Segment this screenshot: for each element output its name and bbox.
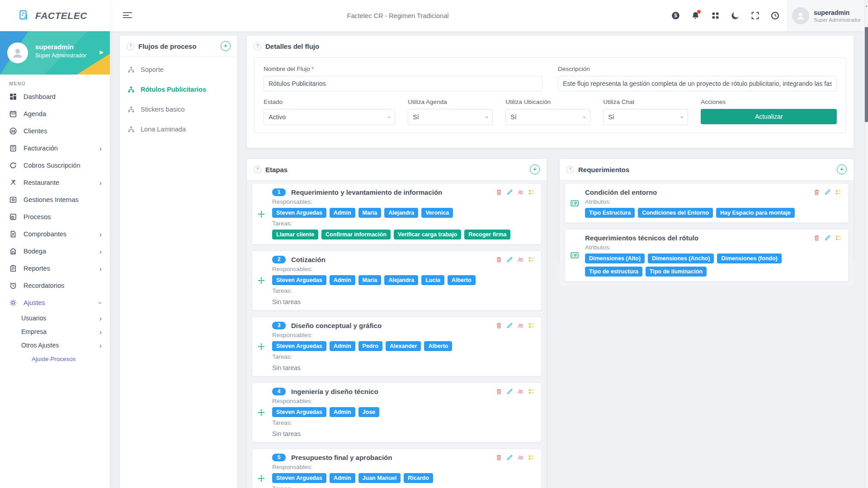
tasks-icon[interactable] <box>528 256 535 263</box>
fullscreen-icon[interactable] <box>750 11 760 20</box>
add-flow-button[interactable]: + <box>221 41 231 51</box>
tasks-icon[interactable] <box>528 454 535 461</box>
delete-icon[interactable] <box>495 388 502 395</box>
responsable-badge: Admin <box>330 275 355 285</box>
user-menu[interactable]: superadmin Super Administrador <box>787 0 865 31</box>
add-requerimiento-button[interactable]: + <box>837 164 847 174</box>
edit-icon[interactable] <box>506 322 513 329</box>
uses-location-select[interactable]: Sí › <box>505 109 590 125</box>
atributo-badge: Condiciones del Entorno <box>638 208 713 218</box>
requerimiento-title: Condición del entorno <box>585 188 657 196</box>
help-icon[interactable]: ? <box>254 42 261 50</box>
sitemap-icon <box>127 105 135 113</box>
delete-icon[interactable] <box>813 189 820 196</box>
vertical-scrollbar[interactable]: ▲ <box>864 0 868 488</box>
sidebar-item-agenda[interactable]: Agenda <box>0 105 110 122</box>
atributos-label: Atributos: <box>585 244 842 251</box>
sidebar-item-recordatorios[interactable]: Recordatorios <box>0 277 110 294</box>
tasks-icon[interactable] <box>835 189 842 196</box>
dark-mode-moon-icon[interactable] <box>731 11 740 20</box>
chevron-down-icon: › <box>679 116 686 118</box>
apps-grid-icon[interactable] <box>711 11 720 20</box>
currency-icon[interactable] <box>671 11 680 20</box>
assign-users-icon[interactable] <box>517 256 524 263</box>
assign-users-icon[interactable] <box>517 322 524 329</box>
tareas-label: Tareas: <box>272 220 535 227</box>
flow-item-stickers-basico[interactable]: Stickers basico <box>120 99 237 119</box>
assign-users-icon[interactable] <box>517 388 524 395</box>
help-icon[interactable]: ? <box>254 166 261 174</box>
sidebar-subitem-usuarios[interactable]: Usuarios › <box>0 311 110 325</box>
atributo-badge: Dimensiones (Alto) <box>585 253 645 263</box>
update-button[interactable]: Actualizar <box>701 109 837 124</box>
delete-icon[interactable] <box>495 189 502 196</box>
delete-icon[interactable] <box>495 454 502 461</box>
sidebar-item-procesos[interactable]: Procesos <box>0 208 110 225</box>
delete-icon[interactable] <box>495 256 502 263</box>
edit-icon[interactable] <box>824 189 831 196</box>
sidebar-item-bodega[interactable]: Bodega › <box>0 243 110 260</box>
drag-handle-icon[interactable] <box>257 408 265 417</box>
sin-tareas-text: Sin tareas <box>272 364 535 371</box>
drag-handle-icon[interactable] <box>257 474 265 483</box>
profile-username: superadmin <box>35 43 74 51</box>
delete-icon[interactable] <box>495 322 502 329</box>
sidebar-item-cobros-suscripcion[interactable]: Cobros Suscripción <box>0 157 110 174</box>
status-select[interactable]: Activo › <box>264 109 395 125</box>
sidebar-profile-card[interactable]: superadmin Super Administrador ▶ <box>0 31 110 75</box>
details-form: Nombre del Flujo* Descripción Estado Act… <box>254 57 846 133</box>
help-icon[interactable]: ? <box>127 42 134 50</box>
app-logo[interactable]: FACTELEC <box>0 0 110 31</box>
responsable-badge: Ricardo <box>404 473 433 483</box>
flow-item-lona-laminada[interactable]: Lona Laminada <box>120 119 237 139</box>
tasks-icon[interactable] <box>835 235 842 241</box>
atributos-label: Atributos: <box>585 198 842 205</box>
tasks-icon[interactable] <box>528 322 535 329</box>
sidebar-item-comprobantes[interactable]: Comprobantes › <box>0 225 110 243</box>
help-icon[interactable]: ? <box>566 166 574 174</box>
sidebar-subitem-empresa[interactable]: Empresa › <box>0 325 110 338</box>
sidebar-item-ajustes[interactable]: Ajustes › <box>0 294 110 311</box>
drag-handle-icon[interactable] <box>257 210 265 218</box>
profile-expand-arrow-icon[interactable]: ▶ <box>100 49 104 55</box>
etapa-card: 3 Diseño conceptual y gráfico Responsabl… <box>252 317 542 376</box>
flow-item-soporte[interactable]: Soporte <box>120 60 237 80</box>
uses-chat-select[interactable]: Sí › <box>603 109 688 125</box>
scrollbar-thumb[interactable] <box>865 27 868 122</box>
tasks-icon[interactable] <box>528 189 535 196</box>
edit-icon[interactable] <box>824 235 831 241</box>
add-etapa-button[interactable]: + <box>530 164 540 174</box>
sidebar-item-clientes[interactable]: Clientes <box>0 122 110 140</box>
flow-item-rotulos-publicitarios[interactable]: Rótulos Publicitarios <box>120 80 237 99</box>
clock-icon[interactable] <box>770 11 780 20</box>
atributo-badge: Tipo Estructura <box>585 208 635 218</box>
drag-handle-icon[interactable] <box>257 277 265 285</box>
notifications-bell-icon[interactable] <box>691 11 700 20</box>
sidebar-subitem-ajuste-procesos[interactable]: Ajuste Procesos <box>0 352 110 366</box>
edit-icon[interactable] <box>506 454 513 461</box>
sidebar-item-gestiones-internas[interactable]: Gestiones Internas <box>0 191 110 208</box>
responsable-badge: Maria <box>359 208 382 218</box>
sidebar-item-label: Procesos <box>24 213 51 221</box>
sidebar-subitem-label: Ajuste Procesos <box>32 356 76 362</box>
edit-icon[interactable] <box>506 256 513 263</box>
drag-handle-icon[interactable] <box>257 343 265 351</box>
sidebar-subitem-otros-ajustes[interactable]: Otros Ajustes › <box>0 338 110 352</box>
flows-panel: ? Flujos de proceso + Soporte Rótulos Pu… <box>120 36 237 488</box>
edit-icon[interactable] <box>506 189 513 196</box>
tasks-icon[interactable] <box>528 388 535 395</box>
flow-name-input[interactable] <box>264 76 542 91</box>
uses-agenda-select[interactable]: Sí › <box>408 109 493 125</box>
scrollbar-up-arrow-icon[interactable]: ▲ <box>865 5 868 7</box>
description-input[interactable] <box>558 76 837 91</box>
assign-users-icon[interactable] <box>517 189 524 196</box>
header-title: Factelec CR - Regimen Tradicional <box>347 0 449 31</box>
sidebar-item-reportes[interactable]: Reportes › <box>0 260 110 277</box>
hamburger-menu-icon[interactable] <box>123 12 132 20</box>
sidebar-item-facturacion[interactable]: Facturación › <box>0 140 110 157</box>
assign-users-icon[interactable] <box>517 454 524 461</box>
edit-icon[interactable] <box>506 388 513 395</box>
delete-icon[interactable] <box>813 235 820 241</box>
sidebar-item-dashboard[interactable]: Dashboard <box>0 88 110 105</box>
sidebar-item-restaurante[interactable]: Restaurante › <box>0 174 110 191</box>
